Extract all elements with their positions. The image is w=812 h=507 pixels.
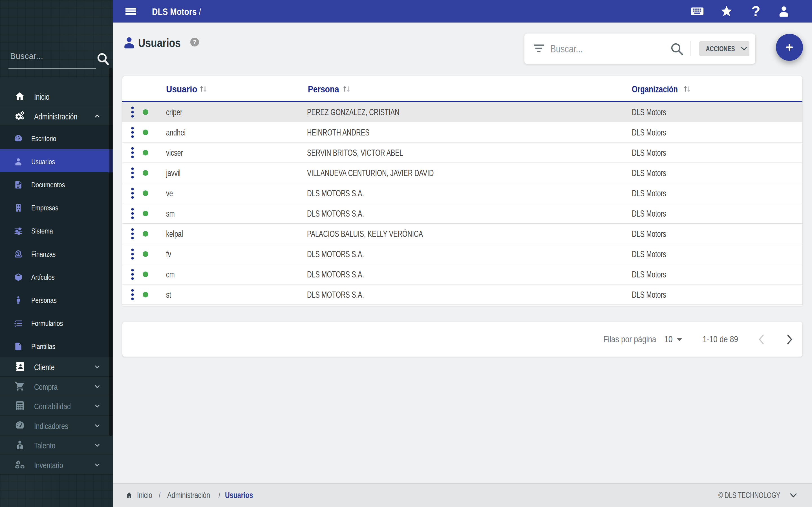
svg-text:$: $	[17, 251, 19, 256]
